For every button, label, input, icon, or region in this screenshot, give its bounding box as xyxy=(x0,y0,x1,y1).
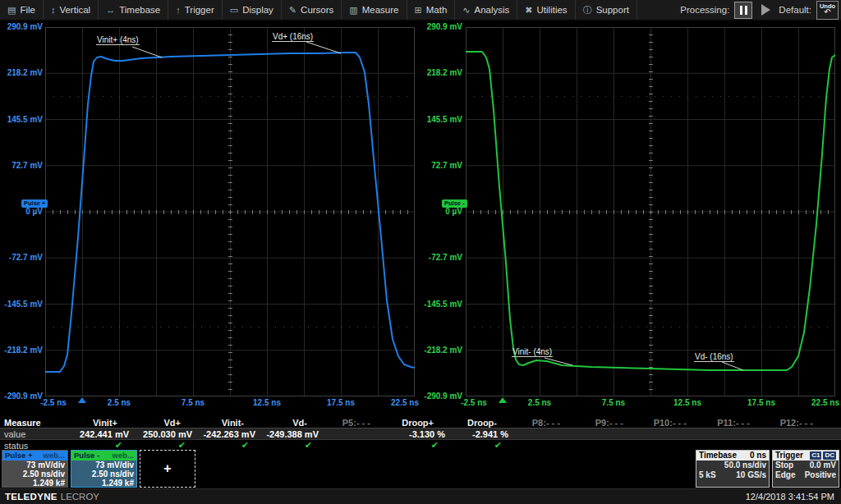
measure-status-check: ✔ xyxy=(262,440,325,451)
left-y-axis-label: -72.7 mV xyxy=(0,253,43,263)
measure-column-header[interactable]: P9:- - - xyxy=(578,418,641,428)
timebase-icon: ↔ xyxy=(106,5,115,15)
measure-table: MeasureVinit+Vd+Vinit-Vd-P5:- - -Droop+D… xyxy=(0,417,841,451)
menu-item-analysis[interactable]: ∿Analysis xyxy=(455,0,517,20)
pause-icon xyxy=(740,6,742,15)
status-bar: TELEDYNELECROY 12/4/2018 3:41:54 PM xyxy=(0,488,841,504)
right-y-axis-label: -72.7 mV xyxy=(420,253,462,263)
measure-value: -249.388 mV xyxy=(262,429,325,439)
measure-column-header[interactable]: P5:- - - xyxy=(325,418,388,428)
undo-button[interactable]: Undo ↶ xyxy=(816,1,839,20)
menu-item-label: File xyxy=(20,5,35,15)
right-y-axis-label: 0 µV xyxy=(420,207,462,217)
menubar-right: Processing: Default: Undo ↶ xyxy=(680,0,841,20)
pause-button[interactable] xyxy=(734,2,752,19)
measure-column-header[interactable]: Vd+ xyxy=(136,418,199,428)
measure-icon: ▥ xyxy=(349,5,357,16)
add-trace-button[interactable]: + xyxy=(140,450,195,488)
right-y-axis-label: -290.9 mV xyxy=(420,392,462,401)
menu-item-support[interactable]: ⓘSupport xyxy=(576,0,637,20)
channel-suffix: web... xyxy=(113,451,134,460)
measure-column-header[interactable]: P10:- - - xyxy=(641,418,705,428)
trigger-source-badge: C1 xyxy=(810,451,821,460)
menu-item-math[interactable]: ⊞Math xyxy=(407,0,456,20)
menu-item-vertical[interactable]: ↕Vertical xyxy=(44,0,99,20)
menu-item-display[interactable]: ▭Display xyxy=(223,0,282,20)
left-x-axis-label: 17.5 ns xyxy=(327,398,355,407)
measure-column-header[interactable]: Vinit- xyxy=(199,418,262,428)
default-label: Default: xyxy=(779,5,811,15)
right-x-axis-label: 17.5 ns xyxy=(747,398,775,407)
measure-status-check: ✔ xyxy=(452,440,515,451)
measure-column-header[interactable]: Vd- xyxy=(262,418,325,428)
measure-value-row: value242.441 mV250.030 mV-242.263 mV-249… xyxy=(0,428,841,440)
processing-label: Processing: xyxy=(680,5,729,15)
timebase-box[interactable]: Timebase 0 ns 50.0 ns/div 5 kS 10 GS/s xyxy=(696,450,770,488)
right-x-axis-label: 12.5 ns xyxy=(673,398,701,407)
right-y-axis-label: -145.5 mV xyxy=(420,300,462,309)
trigger-type: Edge xyxy=(775,470,795,480)
trigger-box[interactable]: Trigger C1 DC Stop 0.0 mV Edge Positive xyxy=(772,450,839,488)
trigger-level: 0.0 mV xyxy=(810,460,836,470)
right-x-axis-label: 22.5 ns xyxy=(811,398,839,407)
measure-value: -242.263 mV xyxy=(199,429,262,439)
right-graticule[interactable] xyxy=(466,27,835,396)
plus-icon: + xyxy=(163,461,171,476)
vertical-icon: ↕ xyxy=(51,5,56,15)
measure-value: 242.441 mV xyxy=(72,429,136,439)
menu-item-measure[interactable]: ▥Measure xyxy=(342,0,407,20)
trigger-coupling-badge: DC xyxy=(823,451,836,460)
menu-item-file[interactable]: ▤File xyxy=(0,0,44,20)
play-button[interactable] xyxy=(757,2,774,19)
channel-vdiv: 73 mV/div xyxy=(2,460,67,470)
trigger-icon: ↑ xyxy=(176,5,181,15)
utilities-icon: ✖ xyxy=(525,5,532,16)
support-icon: ⓘ xyxy=(583,4,592,16)
channel-descriptor-pulse-plus[interactable]: Pulse + web... 73 mV/div 2.50 ns/div 1.2… xyxy=(2,450,68,488)
right-y-axis-label: -218.2 mV xyxy=(420,346,462,355)
menu-item-timebase[interactable]: ↔Timebase xyxy=(99,0,168,20)
left-x-axis-label: 12.5 ns xyxy=(253,398,281,407)
timebase-offset: 0 ns xyxy=(750,451,766,460)
left-y-axis-label: 145.5 mV xyxy=(0,115,43,125)
measure-column-header[interactable]: Droop- xyxy=(452,418,515,428)
channel-descriptor-pulse-minus[interactable]: Pulse - web... 73 mV/div 2.50 ns/div 1.2… xyxy=(71,450,137,488)
undo-arrow-icon: ↶ xyxy=(824,8,830,16)
annotation-label: Vinit+ (4ns) xyxy=(96,35,140,45)
channel-samples: 1.249 k# xyxy=(2,479,67,488)
measure-column-header[interactable]: P11:- - - xyxy=(705,418,768,428)
menu-item-cursors[interactable]: ✎Cursors xyxy=(282,0,342,20)
channel-suffix: web... xyxy=(44,451,65,460)
left-channel-badge[interactable]: Pulse + xyxy=(21,199,48,208)
left-y-axis-label: -290.9 mV xyxy=(0,392,43,401)
right-trigger-marker[interactable] xyxy=(499,397,507,403)
left-y-axis-label: 72.7 mV xyxy=(0,161,43,171)
left-graticule[interactable] xyxy=(45,27,415,396)
measure-column-header[interactable]: P12:- - - xyxy=(768,418,831,428)
left-y-axis-label: 218.2 mV xyxy=(0,68,43,78)
trigger-title: Trigger xyxy=(775,451,803,460)
measure-column-header[interactable]: P8:- - - xyxy=(515,418,578,428)
annotation-label: Vd- (16ns) xyxy=(694,352,734,362)
left-trigger-marker[interactable] xyxy=(78,397,86,403)
measure-column-header[interactable]: Droop+ xyxy=(388,418,452,428)
right-y-axis-label: 218.2 mV xyxy=(420,68,462,78)
trigger-slope: Positive xyxy=(805,470,836,480)
menubar: ▤File↕Vertical↔Timebase↑Trigger▭Display✎… xyxy=(0,0,841,21)
menu-item-trigger[interactable]: ↑Trigger xyxy=(168,0,223,20)
measure-value: -2.941 % xyxy=(452,429,515,439)
menu-item-label: Vertical xyxy=(59,5,90,15)
measure-status-check: ✔ xyxy=(199,440,262,451)
right-channel-badge[interactable]: Pulse - xyxy=(442,199,467,208)
timebase-samples: 5 kS xyxy=(699,470,716,480)
menu-items: ▤File↕Vertical↔Timebase↑Trigger▭Display✎… xyxy=(0,0,637,20)
measure-column-header[interactable]: Vinit+ xyxy=(72,418,136,428)
menu-item-label: Display xyxy=(242,5,273,15)
value-row-label: value xyxy=(0,429,72,439)
right-y-axis-label: 290.9 mV xyxy=(420,22,462,32)
timebase-tdiv: 50.0 ns/div xyxy=(724,460,766,470)
channel-title: Pulse - xyxy=(74,451,99,460)
left-y-axis-label: -218.2 mV xyxy=(0,346,43,355)
left-x-axis-label: 7.5 ns xyxy=(182,398,205,407)
menu-item-utilities[interactable]: ✖Utilities xyxy=(517,0,575,20)
